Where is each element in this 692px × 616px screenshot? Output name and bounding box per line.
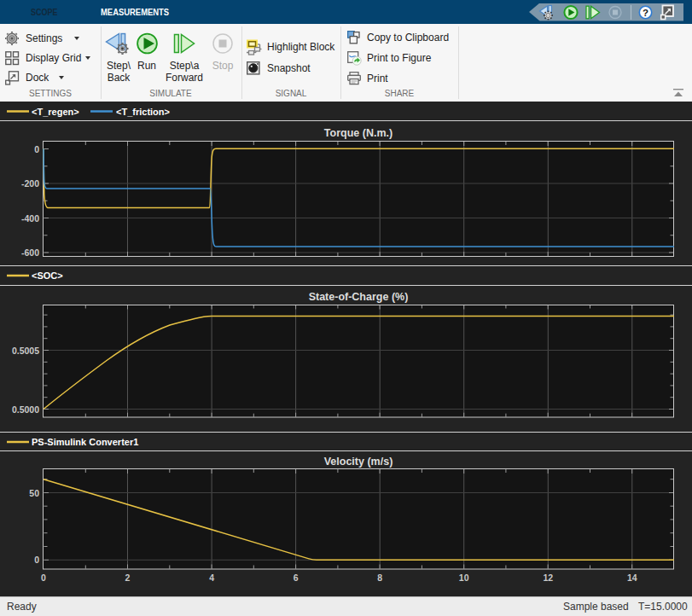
svg-text:8: 8 <box>377 572 382 583</box>
svg-text:0.5000: 0.5000 <box>12 404 39 415</box>
svg-text:0: 0 <box>34 144 39 154</box>
svg-text:2: 2 <box>125 572 131 583</box>
svg-text:Torque (N.m.): Torque (N.m.) <box>324 127 393 139</box>
svg-text:14: 14 <box>627 572 637 583</box>
svg-text:0: 0 <box>41 572 46 583</box>
svg-text:<T_friction>: <T_friction> <box>116 107 170 117</box>
svg-text:?: ? <box>643 8 648 18</box>
svg-text:12: 12 <box>543 572 553 583</box>
svg-text:10: 10 <box>459 572 469 583</box>
svg-text:0.5005: 0.5005 <box>12 346 39 356</box>
svg-text:6: 6 <box>294 572 299 583</box>
svg-text:PS-Simulink Converter1: PS-Simulink Converter1 <box>32 437 138 447</box>
svg-text:4: 4 <box>209 572 214 583</box>
svg-text:<T_regen>: <T_regen> <box>32 107 79 117</box>
svg-text:-600: -600 <box>21 247 39 258</box>
svg-text:-400: -400 <box>21 213 39 224</box>
svg-text:State-of-Charge (%): State-of-Charge (%) <box>309 291 409 303</box>
svg-text:-200: -200 <box>21 178 39 189</box>
svg-text:Velocity (m/s): Velocity (m/s) <box>324 456 393 468</box>
svg-text:<SOC>: <SOC> <box>32 270 63 281</box>
svg-text:50: 50 <box>29 488 39 498</box>
svg-text:0: 0 <box>34 555 39 565</box>
